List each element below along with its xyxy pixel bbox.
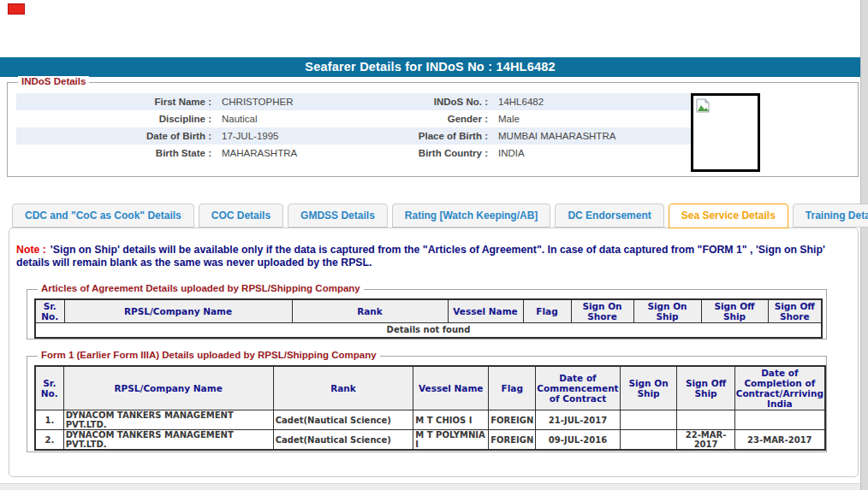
column-header: RPSL/Company Name — [63, 366, 273, 410]
field-value: INDIA — [493, 145, 691, 162]
indos-details-section: INDoS Details First Name : CHRISTOPHER I… — [7, 82, 859, 177]
column-header: Sign On Ship — [633, 299, 701, 323]
table-cell: 2. — [35, 430, 63, 451]
tab-gmdss-details[interactable]: GMDSS Details — [288, 204, 388, 227]
column-header: Flag — [489, 366, 536, 410]
column-header: Rank — [273, 366, 413, 410]
table-header-row: Sr. No. RPSL/Company Name Rank Vessel Na… — [35, 366, 825, 410]
column-header: Sign On Ship — [620, 366, 677, 410]
detail-row: Discipline : Nautical Gender : Male — [16, 110, 691, 127]
articles-table: Sr. No. RPSL/Company Name Rank Vessel Na… — [34, 298, 823, 339]
table-cell: 09-JUL-2016 — [536, 430, 620, 451]
field-label: Discipline : — [16, 110, 217, 127]
tab-cdc-coc-cook-details[interactable]: CDC and "CoC as Cook" Details — [12, 204, 194, 227]
indos-details-rows: First Name : CHRISTOPHER INDoS No. : 14H… — [16, 93, 691, 162]
field-label: First Name : — [16, 93, 217, 110]
broken-image-placeholder — [8, 3, 25, 15]
tab-rating-watch-keeping-ab[interactable]: Rating [Watch Keeping/AB] — [392, 204, 551, 227]
column-header: Rank — [292, 299, 448, 323]
note-body: 'Sign on Ship' details will be available… — [16, 244, 825, 269]
table-cell: FOREIGN — [489, 410, 536, 430]
field-value: MAHARASHTRA — [217, 145, 371, 162]
table-cell: M T CHIOS I — [413, 410, 489, 430]
table-cell: 1. — [35, 410, 63, 430]
table-row: 1. DYNACOM TANKERS MANAGEMENT PVT.LTD. C… — [35, 410, 825, 430]
table-cell — [620, 410, 677, 430]
column-header: Sr. No. — [35, 366, 63, 410]
tab-dc-endorsement[interactable]: DC Endorsement — [555, 204, 663, 227]
table-row: Details not found — [35, 323, 822, 338]
table-cell: Cadet(Nautical Science) — [273, 430, 413, 451]
field-value: Nautical — [217, 110, 371, 127]
form1-table-legend: Form 1 (Earlier Form IIIA) Details uploa… — [38, 350, 380, 360]
note-prefix: Note : — [16, 244, 46, 256]
detail-row: First Name : CHRISTOPHER INDoS No. : 14H… — [16, 93, 691, 110]
column-header: Vessel Name — [448, 299, 523, 323]
column-header: Date of Completion of Contract/Arriving … — [734, 366, 825, 410]
table-cell: 21-JUL-2017 — [536, 410, 620, 430]
tab-sea-service-details[interactable]: Sea Service Details — [669, 204, 788, 228]
detail-row: Date of Birth : 17-JUL-1995 Place of Bir… — [16, 127, 691, 145]
column-header: Vessel Name — [413, 366, 489, 410]
field-label: Gender : — [371, 110, 493, 127]
field-label: Date of Birth : — [16, 127, 217, 145]
horizontal-scrollbar[interactable] — [0, 483, 860, 490]
field-label: Place of Birth : — [371, 127, 493, 145]
column-header: RPSL/Company Name — [64, 299, 292, 323]
table-cell: M T POLYMNIA I — [413, 430, 489, 451]
column-header: Sign Off Ship — [677, 366, 734, 410]
column-header: Date of Commencement of Contract — [536, 366, 620, 410]
table-cell — [620, 430, 677, 451]
field-value: 17-JUL-1995 — [217, 127, 371, 145]
seafarer-details-page: Seafarer Details for INDoS No : 14HL6482… — [0, 0, 868, 490]
field-value: MUMBAI MAHARASHTRA — [493, 127, 691, 145]
vertical-scrollbar[interactable] — [860, 0, 868, 490]
details-not-found-message: Details not found — [35, 323, 822, 338]
field-value: CHRISTOPHER — [217, 93, 371, 110]
field-label: INDoS No. : — [371, 93, 493, 110]
column-header: Sign Off Shore — [768, 299, 822, 323]
form1-table-section: Form 1 (Earlier Form IIIA) Details uploa… — [27, 356, 827, 452]
column-header: Sr. No. — [35, 299, 64, 323]
sea-service-details-panel: Note :'Sign on Ship' details will be ava… — [9, 227, 859, 477]
table-row: 2. DYNACOM TANKERS MANAGEMENT PVT.LTD. C… — [35, 430, 825, 451]
tab-bar: CDC and "CoC as Cook" Details COC Detail… — [12, 204, 868, 228]
field-value: Male — [493, 110, 691, 127]
table-cell — [677, 410, 734, 430]
broken-image-icon — [696, 98, 710, 113]
page-title: Seafarer Details for INDoS No : 14HL6482 — [0, 57, 860, 77]
table-cell: Cadet(Nautical Science) — [273, 410, 413, 430]
note-text: Note :'Sign on Ship' details will be ava… — [16, 244, 843, 269]
column-header: Flag — [523, 299, 571, 323]
field-value: 14HL6482 — [493, 93, 691, 110]
table-cell — [734, 410, 825, 430]
indos-details-legend: INDoS Details — [18, 76, 89, 86]
field-label: Birth Country : — [371, 145, 493, 162]
form1-table: Sr. No. RPSL/Company Name Rank Vessel Na… — [34, 365, 826, 451]
field-label: Birth State : — [16, 145, 217, 162]
table-cell: 22-MAR-2017 — [677, 430, 734, 451]
detail-row: Birth State : MAHARASHTRA Birth Country … — [16, 145, 691, 162]
table-header-row: Sr. No. RPSL/Company Name Rank Vessel Na… — [35, 299, 822, 323]
table-cell: DYNACOM TANKERS MANAGEMENT PVT.LTD. — [63, 410, 273, 430]
column-header: Sign Off Ship — [701, 299, 768, 323]
seafarer-photo-frame — [691, 93, 760, 172]
tab-training-details[interactable]: Training Details — [793, 204, 868, 227]
table-cell: DYNACOM TANKERS MANAGEMENT PVT.LTD. — [63, 430, 273, 451]
articles-table-legend: Articles of Agreement Details uploaded b… — [38, 283, 364, 293]
column-header: Sign On Shore — [571, 299, 633, 323]
tab-coc-details[interactable]: COC Details — [199, 204, 283, 227]
articles-table-section: Articles of Agreement Details uploaded b… — [27, 289, 827, 339]
table-cell: FOREIGN — [489, 430, 536, 451]
table-cell: 23-MAR-2017 — [734, 430, 825, 451]
